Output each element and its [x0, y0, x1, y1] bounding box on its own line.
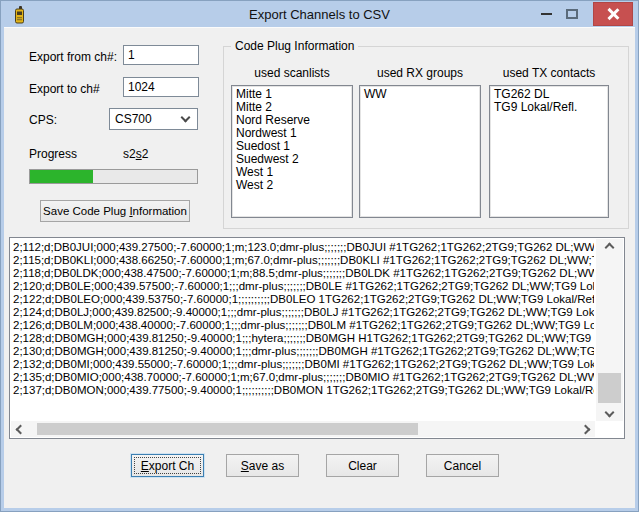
maximize-button[interactable] [561, 4, 583, 24]
cps-select[interactable]: CS700 [109, 108, 198, 130]
csv-line: 2;115;d;DB0KLI;000;438.66250;-7.60000;1;… [13, 254, 594, 267]
chevron-right-icon [581, 424, 591, 434]
csv-line: 2;118;d;DB0LDK;000;438.47500;-7.60000;1;… [13, 267, 594, 280]
titlebar: Export Channels to CSV [1, 1, 638, 27]
chevron-up-icon [604, 243, 614, 253]
close-button[interactable] [593, 2, 633, 26]
csv-line: 2;120;d;DB0LE;000;439.57500;-7.60000;1;;… [13, 280, 594, 293]
chevron-left-icon [16, 424, 26, 434]
clear-button[interactable]: Clear [326, 454, 399, 477]
chevron-down-icon [181, 113, 191, 123]
txcontacts-header: used TX contacts [489, 66, 609, 80]
rxgroups-header: used RX groups [359, 66, 481, 80]
csv-line: 2;124;d;DB0LJ;000;439.82500;-9.40000;1;;… [13, 306, 594, 319]
cps-label: CPS: [29, 113, 57, 127]
rxgroups-listbox[interactable]: WW [359, 85, 481, 218]
progress-bar [29, 169, 198, 184]
save-codeplug-button[interactable]: Save Code Plug Information [40, 200, 190, 222]
cps-selected-value: CS700 [115, 112, 152, 126]
txcontacts-listbox[interactable]: TG262 DLTG9 Lokal/Refl. [489, 85, 609, 218]
minimize-icon [541, 13, 552, 15]
cancel-button[interactable]: Cancel [426, 454, 499, 477]
csv-line: 2;122;d;DB0LEO;000;439.53750;-7.60000;1;… [13, 293, 594, 306]
export-ch-button[interactable]: Export Ch [131, 454, 204, 477]
export-to-input[interactable]: 1024 [123, 77, 199, 97]
scroll-left-button[interactable] [11, 422, 27, 436]
csv-line: 2;135;d;DB0MIO;000;438.70000;-7.60000;1;… [13, 371, 594, 384]
csv-line: 2;137;d;DB0MON;000;439.77500;-9.40000;1;… [13, 384, 594, 397]
progress-status: s2s2 [123, 147, 148, 161]
export-from-input[interactable]: 1 [123, 45, 199, 65]
progress-label: Progress [29, 147, 77, 161]
minimize-button[interactable] [535, 4, 557, 24]
horizontal-scrollbar[interactable] [11, 421, 595, 437]
close-icon [607, 8, 619, 20]
save-as-button[interactable]: Save as [226, 454, 299, 477]
csv-text: 2;112;d;DB0JUI;000;439.27500;-7.60000;1;… [13, 241, 594, 420]
scroll-down-button[interactable] [601, 407, 617, 421]
horizontal-scroll-thumb[interactable] [37, 423, 418, 435]
csv-line: 2;132;d;DB0MI;000;439.55000;-7.60000;1;;… [13, 358, 594, 371]
chevron-down-icon [604, 408, 614, 418]
scanlists-header: used scanlists [231, 66, 353, 80]
scroll-up-button[interactable] [601, 239, 617, 253]
csv-line: 2;130;d;DB0MGH;000;439.81250;-9.40000;1;… [13, 345, 594, 358]
vertical-scrollbar[interactable] [596, 239, 623, 421]
vertical-scroll-thumb[interactable] [598, 373, 621, 403]
rxgroup-item[interactable]: WW [364, 88, 480, 101]
scanlists-listbox[interactable]: Mitte 1Mitte 2Nord ReserveNordwest 1Sued… [231, 85, 353, 218]
export-to-label: Export to ch# [29, 82, 100, 96]
csv-line: 2;112;d;DB0JUI;000;439.27500;-7.60000;1;… [13, 241, 594, 254]
export-channels-dialog: Export Channels to CSV Export from ch#: … [0, 0, 639, 512]
txcontact-item[interactable]: TG9 Lokal/Refl. [494, 101, 608, 114]
scroll-right-button[interactable] [579, 422, 595, 436]
csv-line: 2;126;d;DB0LM;000;438.40000;-7.60000;1;;… [13, 319, 594, 332]
csv-line: 2;128;d;DB0MGH;000;439.81250;-9.40000;1;… [13, 332, 594, 345]
export-from-label: Export from ch#: [29, 50, 117, 64]
codeplug-group-title: Code Plug Information [231, 39, 358, 53]
csv-output-area[interactable]: 2;112;d;DB0JUI;000;439.27500;-7.60000;1;… [9, 237, 625, 439]
scanlist-item[interactable]: West 2 [236, 179, 352, 192]
progress-fill [30, 170, 93, 183]
maximize-icon [566, 9, 578, 19]
